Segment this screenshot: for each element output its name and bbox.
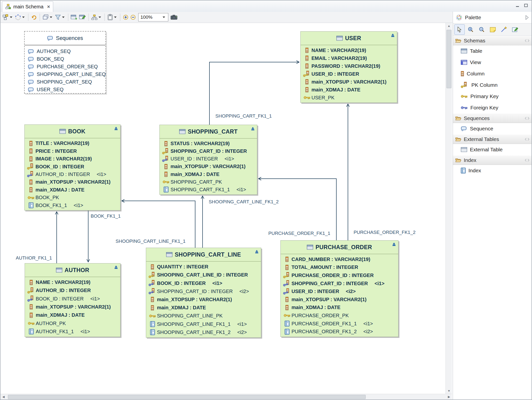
toolbar-button-clipboard[interactable] bbox=[106, 13, 118, 22]
collapse-right-icon[interactable] bbox=[525, 15, 529, 20]
entity-row[interactable]: IMAGE : VARCHAR2(19) bbox=[25, 155, 120, 163]
entity-book[interactable]: BOOKTITLE : VARCHAR2(19)PRICE : INTEGERI… bbox=[24, 124, 120, 210]
entity-row[interactable]: main_XTOPSUP : VARCHAR2(1) bbox=[146, 296, 261, 304]
entity-row[interactable]: BOOK_PK bbox=[25, 194, 120, 201]
toolbar-button-refresh[interactable] bbox=[30, 13, 38, 22]
pin-icon[interactable] bbox=[524, 138, 530, 141]
entity-header[interactable]: PURCHASE_ORDER bbox=[281, 241, 398, 254]
entity-shopping_cart[interactable]: SHOPPING_CARTSTATUS : VARCHAR2(19)SHOPPI… bbox=[159, 125, 257, 195]
palette-section-sequences[interactable]: Sequences bbox=[453, 113, 532, 123]
palette-tool-connection-line[interactable] bbox=[499, 24, 509, 35]
connection-label[interactable]: SHOOPING_CART_LINE_FK1_1 bbox=[116, 239, 186, 244]
entity-row[interactable]: AUTHOR_ID : INTEGER bbox=[25, 286, 120, 295]
palette-item-index[interactable]: Index bbox=[453, 165, 532, 176]
entity-row[interactable]: SHOOPING_CART_LINE_ID : INTEGER bbox=[146, 271, 261, 279]
toolbar-button-zoom-in-circle[interactable] bbox=[122, 13, 129, 22]
entity-row[interactable]: SHOPPING_CART_FK1_1<i1> bbox=[160, 186, 257, 193]
entity-row[interactable]: main_XTOPSUP : VARCHAR2(1) bbox=[281, 296, 398, 304]
entity-row[interactable]: PURCHASE_ORDER_FK1_2<i2> bbox=[281, 328, 398, 336]
connection-label[interactable]: SHOPPING_CART_FK1_1 bbox=[215, 113, 272, 119]
zoom-level-combo[interactable]: 100% bbox=[138, 13, 168, 21]
entity-row[interactable]: EMAIL : VARCHAR2(19) bbox=[301, 54, 397, 62]
entity-row[interactable]: SHOPPING_CART_ID : INTEGER<i1> bbox=[281, 279, 398, 288]
palette-header[interactable]: Palette bbox=[453, 12, 532, 23]
entity-user[interactable]: USERNAME : VARCHAR2(19)EMAIL : VARCHAR2(… bbox=[300, 31, 397, 103]
entity-row[interactable]: main_XDMAJ : DATE bbox=[160, 171, 257, 178]
palette-item-view[interactable]: View bbox=[453, 57, 532, 68]
sequence-item[interactable]: BOOK_SEQ bbox=[28, 55, 105, 63]
entity-row[interactable]: PASSWORD : VARCHAR2(19) bbox=[301, 62, 397, 70]
entity-row[interactable]: SHOPPING_CART_ID : INTEGER bbox=[160, 147, 257, 155]
horizontal-scroll-thumb[interactable] bbox=[8, 395, 366, 399]
entity-row[interactable]: AUTHOR_PK bbox=[25, 319, 120, 327]
entity-row[interactable]: USER_ID : INTEGER bbox=[301, 70, 397, 78]
vertical-scroll-thumb[interactable] bbox=[446, 30, 451, 88]
sequence-item[interactable]: PURCHASE_ORDER_SEQ bbox=[28, 63, 105, 70]
palette-section-schemas[interactable]: Schemas bbox=[453, 36, 532, 45]
connection-label[interactable]: PURCHASE_ORDER_FK1_2 bbox=[354, 230, 415, 235]
entity-row[interactable]: main_XTOPSUP : VARCHAR2(1) bbox=[301, 78, 397, 86]
entity-header[interactable]: BOOK bbox=[25, 125, 120, 138]
entity-row[interactable]: TOTAL_AMOUNT : INTEGER bbox=[281, 263, 398, 272]
dropdown-arrow-icon[interactable] bbox=[62, 17, 65, 18]
horizontal-scrollbar[interactable]: ◀ ▶ bbox=[0, 394, 452, 400]
entity-row[interactable]: TITLE : VARCHAR2(19) bbox=[25, 139, 120, 147]
sequence-item[interactable]: AUTHOR_SEQ bbox=[28, 48, 105, 55]
entity-row[interactable]: USER_ID : INTEGER<i1> bbox=[160, 155, 257, 163]
dropdown-arrow-icon[interactable] bbox=[114, 17, 117, 18]
scroll-left-icon[interactable]: ◀ bbox=[0, 394, 6, 400]
entity-row[interactable]: USER_PK bbox=[301, 94, 397, 102]
palette-tool-note-edit[interactable] bbox=[510, 24, 520, 35]
palette-tool-cursor[interactable] bbox=[454, 24, 465, 35]
entity-row[interactable]: main_XDMAJ : DATE bbox=[25, 311, 120, 319]
entity-shopping_cart_line[interactable]: SHOPPING_CART_LINEQUANTITY : INTEGERSHOO… bbox=[146, 248, 261, 338]
entity-row[interactable]: STATUS : VARCHAR2(19) bbox=[160, 140, 257, 147]
entity-row[interactable]: NAME : VARCHAR2(19) bbox=[301, 46, 397, 54]
entity-row[interactable]: BOOK_ID : INTEGER<i1> bbox=[146, 279, 261, 287]
scroll-right-icon[interactable]: ▶ bbox=[446, 394, 452, 400]
entity-row[interactable]: main_XDMAJ : DATE bbox=[301, 86, 397, 94]
entity-row[interactable]: PURCHASE_ORDER_FK1_1<i1> bbox=[281, 320, 398, 328]
entity-row[interactable]: BOOK_ID : INTEGER<i1> bbox=[25, 295, 120, 303]
palette-item-pk-column[interactable]: PK Column bbox=[453, 79, 532, 91]
entity-row[interactable]: CARD_NUMBER : VARCHAR2(19) bbox=[281, 255, 398, 263]
connection-label[interactable]: SHOOPING_CART_LINE_FK1_2 bbox=[209, 199, 279, 205]
entity-header[interactable]: AUTHOR bbox=[25, 263, 120, 277]
toolbar-button-table-edit[interactable] bbox=[78, 13, 87, 22]
entity-header[interactable]: SHOPPING_CART bbox=[160, 125, 257, 139]
dropdown-arrow-icon[interactable] bbox=[50, 17, 52, 18]
pin-icon[interactable] bbox=[524, 117, 530, 120]
entity-row[interactable]: PURCHASE_ORDER_ID : INTEGER bbox=[281, 271, 398, 279]
entity-row[interactable]: SHOOPING_CART_LINE_PK bbox=[146, 312, 261, 320]
entity-row[interactable]: PURCHASE_ORDER_PK bbox=[281, 312, 398, 320]
scroll-down-icon[interactable]: ▼ bbox=[446, 388, 452, 394]
toolbar-button-copy[interactable] bbox=[42, 13, 54, 22]
palette-section-index[interactable]: Index bbox=[453, 155, 532, 165]
entity-row[interactable]: SHOOPING_CART_LINE_FK1_1<i1> bbox=[146, 320, 261, 328]
entity-row[interactable]: PRICE : INTEGER bbox=[25, 147, 120, 155]
palette-item-primary-key[interactable]: Primary Key bbox=[453, 91, 532, 102]
toolbar-button-layout[interactable] bbox=[2, 13, 14, 22]
entity-row[interactable]: QUANTITY : INTEGER bbox=[146, 263, 261, 271]
palette-item-column[interactable]: Column bbox=[453, 68, 532, 79]
entity-row[interactable]: AUTHOR_ID : INTEGER<i1> bbox=[25, 171, 120, 178]
palette-item-table[interactable]: Table bbox=[453, 45, 532, 57]
palette-tool-zoom-out[interactable] bbox=[477, 24, 487, 35]
vertical-scrollbar[interactable]: ▲ ▼ bbox=[446, 23, 452, 394]
entity-row[interactable]: main_XDMAJ : DATE bbox=[25, 186, 120, 194]
toolbar-button-zoom-out-circle[interactable] bbox=[129, 13, 137, 22]
entity-author[interactable]: AUTHORNAME : VARCHAR2(19)AUTHOR_ID : INT… bbox=[25, 263, 120, 337]
entity-row[interactable]: BOOK_ID : INTEGER bbox=[25, 163, 120, 170]
entity-header[interactable]: SHOPPING_CART_LINE bbox=[146, 248, 261, 261]
sequences-box[interactable]: SequencesAUTHOR_SEQBOOK_SEQPURCHASE_ORDE… bbox=[24, 31, 106, 94]
maximize-icon[interactable] bbox=[524, 3, 529, 8]
entity-row[interactable]: main_XDMAJ : DATE bbox=[146, 304, 261, 312]
pin-icon[interactable] bbox=[524, 159, 530, 162]
entity-row[interactable]: USER_ID : INTEGER<i2> bbox=[281, 287, 398, 296]
dropdown-arrow-icon[interactable] bbox=[99, 17, 101, 18]
palette-item-foreign-key[interactable]: Foreign Key bbox=[453, 102, 532, 113]
toolbar-button-camera[interactable] bbox=[170, 13, 178, 22]
connection-label[interactable]: AUTHOR_FK1_1 bbox=[16, 255, 52, 261]
dropdown-arrow-icon[interactable] bbox=[10, 17, 12, 18]
sequence-item[interactable]: USER_SEQ bbox=[28, 86, 105, 93]
